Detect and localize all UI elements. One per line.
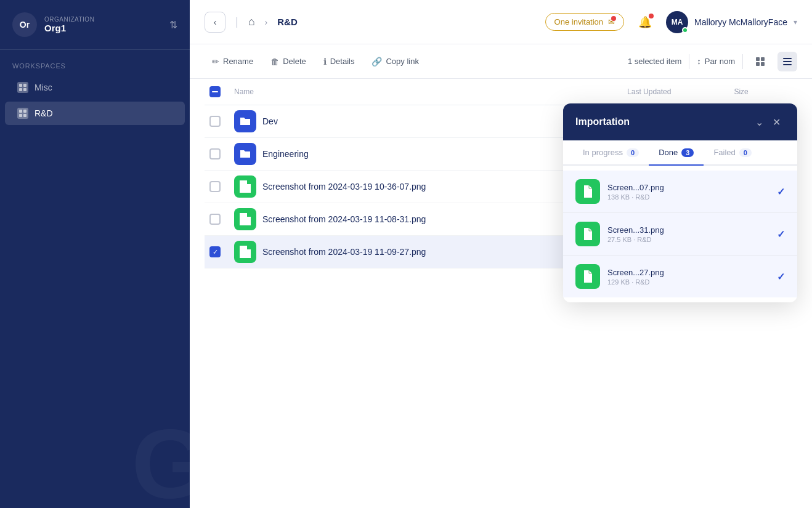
org-avatar: Or: [12, 12, 37, 37]
import-tab-done[interactable]: Done3: [649, 140, 704, 166]
back-icon: ‹: [214, 17, 217, 27]
sort-icon: ↕: [697, 57, 701, 66]
org-section[interactable]: Or ORGANIZATION Org1 ⇅: [0, 0, 190, 50]
invite-notification-dot: [611, 16, 616, 21]
import-header: Importation ⌄ ✕: [563, 103, 797, 140]
select-all-checkbox[interactable]: [209, 86, 221, 97]
row-checkbox[interactable]: [209, 148, 221, 159]
import-tab-label: In progress: [583, 148, 623, 157]
import-tab-in_progress[interactable]: In progress0: [573, 140, 649, 166]
notification-dot: [649, 14, 654, 18]
import-file-name: Screen...27.png: [607, 268, 769, 277]
svg-rect-3: [23, 88, 26, 91]
sidebar-item-rnd[interactable]: R&D: [5, 102, 185, 125]
col-size-header: Size: [729, 79, 797, 105]
import-file-info: Screen...31.png27.5 KB · R&D: [607, 225, 769, 243]
import-tab-badge: 0: [627, 148, 639, 157]
import-tab-label: Failed: [713, 148, 735, 157]
svg-rect-6: [19, 114, 22, 117]
user-menu[interactable]: MA Malloryy McMalloryFace ▾: [666, 11, 797, 33]
copy-link-button[interactable]: 🔗 Copy link: [364, 52, 426, 71]
org-label: ORGANIZATION: [44, 16, 162, 23]
copy-link-label: Copy link: [386, 57, 418, 66]
import-file-meta: 138 KB · R&D: [607, 193, 769, 201]
file-list: Name Last Updated Size Dev☁2 minutes ago…: [190, 79, 812, 508]
rename-button[interactable]: ✏ Rename: [205, 52, 261, 71]
row-checkbox[interactable]: ✓: [209, 246, 221, 257]
row-checkbox-cell[interactable]: ✓: [205, 236, 229, 268]
sort-button[interactable]: ↕ Par nom: [697, 57, 735, 66]
import-tab-badge: 3: [681, 148, 694, 157]
nav-divider: |: [235, 15, 238, 28]
user-online-dot: [682, 27, 688, 33]
col-last-updated-header: Last Updated: [622, 79, 729, 105]
notification-button[interactable]: 🔔: [634, 11, 656, 33]
row-checkbox[interactable]: [209, 214, 221, 225]
svg-rect-20: [242, 253, 247, 254]
select-all-header[interactable]: [205, 79, 229, 105]
back-button[interactable]: ‹: [205, 12, 225, 33]
svg-rect-12: [783, 58, 792, 59]
row-checkbox-cell[interactable]: [205, 171, 229, 203]
file-name: Screenshot from 2024-03-19 11-08-31.png: [262, 214, 426, 224]
row-name-cell: Dev: [229, 105, 587, 138]
file-icon: [234, 175, 256, 198]
sidebar-rnd-label: R&D: [35, 108, 53, 118]
row-name-cell: Screenshot from 2024-03-19 10-36-07.png: [229, 171, 587, 203]
import-file-icon: [575, 222, 600, 246]
svg-rect-0: [19, 84, 22, 87]
row-checkbox[interactable]: [209, 181, 221, 192]
import-tabs: In progress0Done3Failed0: [563, 140, 797, 166]
row-checkbox-cell[interactable]: [205, 138, 229, 171]
import-file-name: Screen...07.png: [607, 183, 769, 192]
import-minimize-button[interactable]: ⌄: [750, 113, 768, 131]
delete-label: Delete: [283, 57, 306, 66]
actionbar-right: 1 selected item ↕ Par nom: [628, 52, 797, 71]
svg-rect-24: [584, 235, 588, 236]
svg-rect-9: [761, 57, 765, 61]
svg-rect-10: [756, 62, 760, 66]
import-file-icon: [575, 179, 600, 204]
file-icon: [234, 208, 256, 230]
details-button[interactable]: ℹ Details: [316, 52, 362, 71]
import-tab-failed[interactable]: Failed0: [704, 140, 761, 166]
org-name: Org1: [44, 23, 162, 33]
row-checkbox-cell[interactable]: [205, 105, 229, 138]
svg-rect-7: [23, 114, 26, 117]
user-chevron-icon: ▾: [794, 18, 797, 26]
sort-label: Par nom: [705, 57, 735, 66]
svg-rect-19: [242, 251, 249, 252]
import-file-meta: 27.5 KB · R&D: [607, 236, 769, 243]
main-content: ‹ | ⌂ › R&D One invitation ✉ 🔔 MA: [190, 0, 812, 508]
row-checkbox[interactable]: [209, 116, 221, 127]
import-file-icon: [575, 264, 600, 289]
selected-count: 1 selected item: [628, 57, 681, 66]
svg-rect-23: [584, 233, 590, 235]
rename-label: Rename: [223, 57, 253, 66]
details-label: Details: [330, 57, 355, 66]
import-items: Screen...07.png138 KB · R&D✓Screen...31.…: [563, 166, 797, 302]
svg-rect-2: [19, 88, 22, 91]
svg-rect-8: [756, 57, 760, 61]
grid-view-button[interactable]: [750, 52, 770, 71]
delete-button[interactable]: 🗑 Delete: [263, 52, 314, 71]
home-icon[interactable]: ⌂: [248, 15, 255, 28]
row-checkbox-cell[interactable]: [205, 203, 229, 236]
list-view-button[interactable]: [777, 52, 797, 71]
user-name: Malloryy McMalloryFace: [694, 17, 787, 27]
org-chevron-icon[interactable]: ⇅: [169, 19, 177, 31]
import-close-button[interactable]: ✕: [768, 113, 785, 131]
svg-rect-21: [584, 191, 590, 192]
svg-rect-13: [783, 61, 792, 62]
import-item: Screen...07.png138 KB · R&D✓: [563, 171, 797, 213]
invitation-button[interactable]: One invitation ✉: [545, 13, 625, 31]
sidebar-item-misc[interactable]: Misc: [5, 76, 185, 99]
details-icon: ℹ: [323, 57, 327, 67]
workspaces-label: Workspaces: [0, 50, 190, 75]
svg-rect-25: [584, 276, 590, 277]
svg-rect-4: [19, 110, 22, 113]
file-name: Engineering: [262, 149, 309, 159]
rnd-icon: [17, 108, 28, 119]
col-spacer: [587, 79, 622, 105]
breadcrumb-current: R&D: [277, 17, 298, 27]
